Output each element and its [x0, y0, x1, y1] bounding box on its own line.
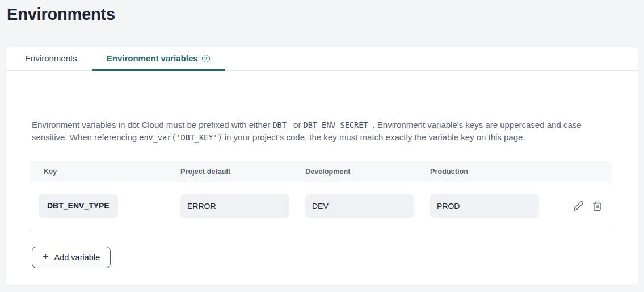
production-cell: PROD	[430, 194, 539, 218]
column-header-key: Key	[30, 168, 180, 176]
column-header-production: Production	[430, 168, 539, 176]
project-default-cell: ERROR	[180, 194, 305, 218]
env-vars-description: Environment variables in dbt Cloud must …	[32, 119, 612, 144]
add-variable-label: Add variable	[54, 253, 100, 262]
env-vars-table: Key Project default Development Producti…	[30, 161, 612, 230]
page-title: Environments	[7, 5, 644, 24]
edit-pencil-icon[interactable]	[573, 201, 584, 211]
table-header-row: Key Project default Development Producti…	[30, 161, 612, 182]
tab-environment-variables-label: Environment variables	[107, 53, 198, 63]
tab-bar: Environments Environment variables ?	[6, 47, 638, 71]
development-value: DEV	[305, 194, 414, 218]
help-icon[interactable]: ?	[202, 55, 210, 62]
plus-icon: +	[43, 252, 49, 262]
variable-key-badge: DBT_ENV_TYPE	[39, 194, 118, 218]
tab-environment-variables[interactable]: Environment variables ?	[92, 47, 225, 71]
code-dbt-env-secret-prefix: DBT_ENV_SECRET_	[304, 120, 373, 130]
project-default-value: ERROR	[180, 194, 289, 218]
description-text: or	[291, 120, 304, 130]
production-value: PROD	[430, 194, 539, 218]
column-header-development: Development	[305, 168, 430, 176]
description-text: in your project's code, the key must mat…	[222, 132, 525, 142]
table-row: DBT_ENV_TYPE ERROR DEV PROD	[30, 182, 612, 230]
delete-trash-icon[interactable]	[592, 201, 603, 211]
code-dbt-prefix: DBT_	[272, 120, 291, 130]
tab-content: Environment variables in dbt Cloud must …	[6, 71, 638, 285]
development-cell: DEV	[305, 194, 430, 218]
add-variable-button[interactable]: + Add variable	[32, 247, 111, 268]
row-actions	[539, 201, 612, 211]
code-env-var-example: env_var('DBT_KEY')	[139, 133, 222, 142]
column-header-project-default: Project default	[180, 168, 305, 176]
description-text: Environment variables in dbt Cloud must …	[32, 120, 272, 130]
environments-card: Environments Environment variables ? Env…	[6, 47, 638, 285]
tab-environments-label: Environments	[25, 53, 77, 63]
tab-environments[interactable]: Environments	[10, 47, 92, 71]
key-cell: DBT_ENV_TYPE	[30, 194, 180, 218]
